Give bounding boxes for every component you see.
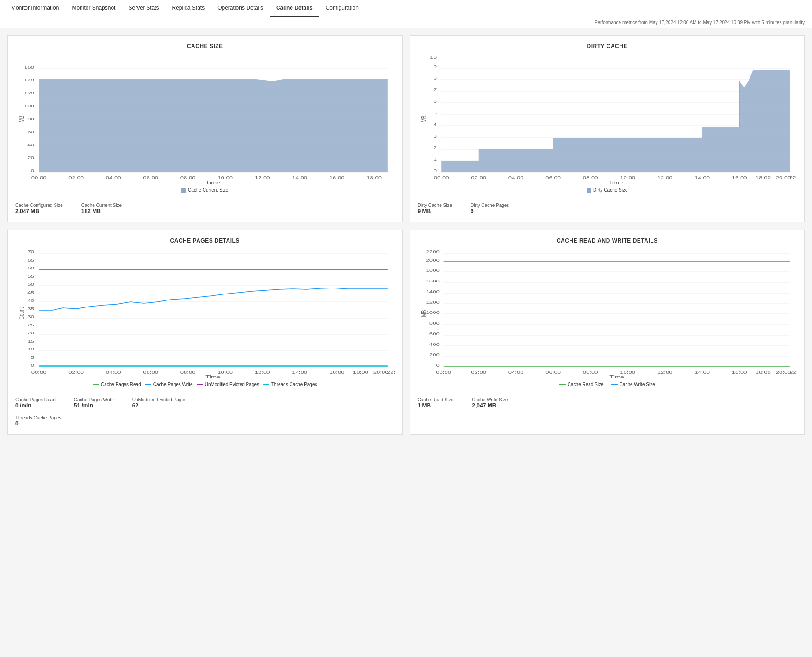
svg-text:7: 7 xyxy=(433,88,436,92)
stat-value-threads: 0 xyxy=(15,420,62,427)
tab-cache-details[interactable]: Cache Details xyxy=(270,0,319,17)
svg-text:10:00: 10:00 xyxy=(217,175,233,180)
svg-text:08:00: 08:00 xyxy=(583,370,598,375)
svg-text:10:00: 10:00 xyxy=(620,370,635,375)
stat-dirty-cache-pages: Dirty Cache Pages 6 xyxy=(471,203,509,214)
dirty-cache-stats: Dirty Cache Size 9 MB Dirty Cache Pages … xyxy=(418,198,797,214)
svg-text:MB: MB xyxy=(420,116,427,123)
svg-text:04:00: 04:00 xyxy=(508,175,523,180)
svg-text:18:00: 18:00 xyxy=(366,175,382,180)
stat-value-pages-write: 51 /min xyxy=(74,402,114,409)
svg-text:1600: 1600 xyxy=(426,279,439,283)
tab-operations-details[interactable]: Operations Details xyxy=(211,0,270,17)
svg-text:08:00: 08:00 xyxy=(180,175,196,180)
svg-text:08:00: 08:00 xyxy=(180,370,196,375)
svg-text:Time: Time xyxy=(205,375,220,378)
svg-text:600: 600 xyxy=(429,332,439,336)
svg-text:20:00: 20:00 xyxy=(775,370,791,375)
stat-unmodified-evicted: UnModified Evicted Pages 62 xyxy=(132,397,186,409)
stat-dirty-cache-size: Dirty Cache Size 9 MB xyxy=(418,203,452,214)
svg-text:MB: MB xyxy=(18,116,25,123)
stat-pages-read: Cache Pages Read 0 /min xyxy=(15,397,56,409)
cache-size-legend: Cache Current Size xyxy=(15,188,395,193)
svg-text:200: 200 xyxy=(429,352,439,357)
stat-value-current: 182 MB xyxy=(81,208,122,214)
legend-label-threads: Threads Cache Pages xyxy=(271,382,317,387)
cache-pages-stats: Cache Pages Read 0 /min Cache Pages Writ… xyxy=(15,393,395,409)
cache-size-title: CACHE SIZE xyxy=(15,43,395,50)
svg-text:16:00: 16:00 xyxy=(731,175,747,180)
svg-text:2200: 2200 xyxy=(426,250,439,254)
svg-text:10:00: 10:00 xyxy=(217,370,233,375)
svg-text:160: 160 xyxy=(24,65,34,69)
legend-label-dirty-cache: Dirty Cache Size xyxy=(593,188,627,193)
svg-text:60: 60 xyxy=(27,130,34,134)
svg-text:20:00: 20:00 xyxy=(373,370,389,375)
svg-text:14:00: 14:00 xyxy=(694,175,710,180)
legend-unmodified-evicted: UnModified Evicted Pages xyxy=(197,382,259,387)
stat-cache-configured-size: Cache Configured Size 2,047 MB xyxy=(15,203,63,214)
cache-rw-legend: Cache Read Size Cache Write Size xyxy=(418,382,797,387)
svg-text:18:00: 18:00 xyxy=(755,175,770,180)
svg-text:140: 140 xyxy=(24,78,34,82)
svg-text:5: 5 xyxy=(433,111,436,115)
svg-text:20:00: 20:00 xyxy=(775,175,791,180)
svg-text:04:00: 04:00 xyxy=(106,175,121,180)
tab-server-stats[interactable]: Server Stats xyxy=(122,0,165,17)
performance-subtitle: Performance metrics from May 17,2024 12:… xyxy=(0,17,812,28)
svg-text:2000: 2000 xyxy=(426,258,439,263)
svg-text:25: 25 xyxy=(27,323,34,327)
tab-monitor-information[interactable]: Monitor Information xyxy=(5,0,65,17)
legend-cache-current-size: Cache Current Size xyxy=(181,188,228,193)
svg-text:0: 0 xyxy=(433,169,436,173)
svg-text:08:00: 08:00 xyxy=(583,175,598,180)
svg-text:0: 0 xyxy=(31,169,34,173)
dirty-cache-chart: MB 0 1 2 3 4 5 6 7 8 9 10 xyxy=(418,54,797,184)
legend-cache-pages-read: Cache Pages Read xyxy=(93,382,141,387)
svg-text:400: 400 xyxy=(429,342,439,347)
svg-text:18:00: 18:00 xyxy=(755,370,770,375)
svg-text:3: 3 xyxy=(433,134,436,138)
tab-configuration[interactable]: Configuration xyxy=(319,0,365,17)
stat-value-dirty-pages: 6 xyxy=(471,208,509,214)
svg-text:35: 35 xyxy=(27,307,34,311)
tab-replica-stats[interactable]: Replica Stats xyxy=(165,0,211,17)
svg-text:2: 2 xyxy=(433,145,436,150)
cache-size-card: CACHE SIZE MB 0 20 40 60 80 100 120 140 … xyxy=(7,35,403,222)
legend-cache-write: Cache Write Size xyxy=(611,382,655,387)
stat-value-pages-read: 0 /min xyxy=(15,402,56,409)
svg-text:Time: Time xyxy=(608,181,623,184)
svg-text:1000: 1000 xyxy=(426,310,439,315)
cache-size-stats: Cache Configured Size 2,047 MB Cache Cur… xyxy=(15,198,395,214)
svg-text:9: 9 xyxy=(433,64,436,69)
legend-color-pages-write xyxy=(145,384,151,385)
svg-text:40: 40 xyxy=(27,143,34,147)
svg-text:15: 15 xyxy=(27,339,34,344)
svg-text:04:00: 04:00 xyxy=(106,370,121,375)
svg-text:16:00: 16:00 xyxy=(329,370,345,375)
svg-text:45: 45 xyxy=(27,290,34,295)
stat-value-dirty-size: 9 MB xyxy=(418,208,452,214)
svg-text:22:00: 22:00 xyxy=(387,370,394,375)
legend-color-evicted xyxy=(197,384,203,385)
stat-label-evicted: UnModified Evicted Pages xyxy=(132,397,186,402)
svg-text:4: 4 xyxy=(433,122,436,127)
svg-text:00:00: 00:00 xyxy=(434,175,449,180)
svg-text:14:00: 14:00 xyxy=(292,175,307,180)
svg-text:10: 10 xyxy=(27,347,34,351)
tab-monitor-snapshot[interactable]: Monitor Snapshot xyxy=(65,0,122,17)
svg-text:12:00: 12:00 xyxy=(657,175,672,180)
svg-text:120: 120 xyxy=(24,91,34,95)
legend-label-evicted: UnModified Evicted Pages xyxy=(205,382,259,387)
svg-text:70: 70 xyxy=(27,250,34,254)
svg-text:Count: Count xyxy=(18,307,25,319)
svg-text:1400: 1400 xyxy=(426,289,439,294)
svg-text:30: 30 xyxy=(27,314,34,319)
svg-text:10:00: 10:00 xyxy=(620,175,635,180)
svg-text:0: 0 xyxy=(436,363,439,368)
svg-text:14:00: 14:00 xyxy=(694,370,710,375)
legend-dirty-cache-size: Dirty Cache Size xyxy=(587,188,627,193)
svg-text:6: 6 xyxy=(433,99,436,104)
legend-cache-read: Cache Read Size xyxy=(559,382,604,387)
svg-text:Time: Time xyxy=(609,375,624,378)
